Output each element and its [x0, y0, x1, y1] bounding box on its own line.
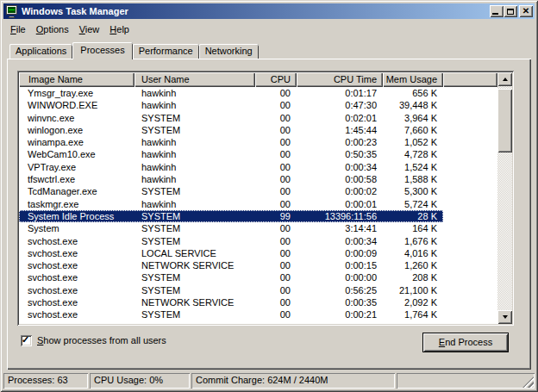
- process-row[interactable]: winampa.exehawkinh000:00:231,052 K: [19, 136, 497, 148]
- scroll-down-button[interactable]: [497, 310, 512, 324]
- cell-cpu: 00: [255, 247, 297, 259]
- row-main: VPTray.exehawkinh000:00:341,524 K: [19, 161, 443, 173]
- cell-cpu_time: 0:00:00: [297, 271, 383, 283]
- resize-grip-icon[interactable]: [522, 376, 534, 388]
- process-row[interactable]: VPTray.exehawkinh000:00:341,524 K: [19, 161, 497, 173]
- cell-mem_usage: 7,660 K: [383, 124, 443, 136]
- column-header-image_name[interactable]: Image Name: [19, 72, 134, 87]
- cell-blank: [443, 173, 497, 185]
- cell-user_name: SYSTEM: [134, 185, 255, 197]
- cell-user_name: SYSTEM: [134, 284, 255, 296]
- process-row[interactable]: svchost.exeSYSTEM000:00:211,764 K: [19, 308, 497, 320]
- row-main: SystemSYSTEM003:14:41164 K: [19, 222, 443, 234]
- menu-file[interactable]: File: [5, 22, 31, 36]
- tab-applications[interactable]: Applications: [9, 44, 72, 59]
- cell-cpu_time: 0:00:15: [297, 259, 383, 271]
- cell-user_name: SYSTEM: [134, 308, 255, 320]
- maximize-button[interactable]: [504, 5, 517, 17]
- title-bar[interactable]: Windows Task Manager ✕: [3, 3, 535, 19]
- cell-user_name: hawkinh: [134, 148, 255, 160]
- process-row[interactable]: winlogon.exeSYSTEM001:45:447,660 K: [19, 124, 497, 136]
- menu-options[interactable]: Options: [31, 22, 74, 36]
- process-row[interactable]: WebCam10.exehawkinh000:50:354,728 K: [19, 148, 497, 160]
- cell-mem_usage: 4,728 K: [383, 148, 443, 160]
- cell-blank: [443, 321, 497, 324]
- cell-blank: [443, 136, 497, 148]
- column-header-cpu_time[interactable]: CPU Time: [297, 72, 383, 87]
- process-row[interactable]: taskmgr.exehawkinh000:00:015,724 K: [19, 198, 497, 210]
- cell-image_name: winampa.exe: [19, 136, 134, 148]
- process-row[interactable]: svchost.exeLOCAL SERVICE000:00:094,016 K: [19, 247, 497, 259]
- close-button[interactable]: ✕: [519, 5, 533, 17]
- cell-blank: [443, 247, 497, 259]
- cell-cpu_time: 13396:11:56: [297, 210, 383, 222]
- cell-blank: [443, 308, 497, 320]
- cell-cpu: 00: [255, 136, 297, 148]
- row-main: winampa.exehawkinh000:00:231,052 K: [19, 136, 443, 148]
- cell-blank: [443, 112, 497, 124]
- cell-user_name: hawkinh: [134, 173, 255, 185]
- scrollbar-thumb[interactable]: [497, 89, 512, 152]
- process-row[interactable]: TcdManager.exeSYSTEM000:00:025,300 K: [19, 185, 497, 197]
- cell-mem_usage: 1,260 K: [383, 259, 443, 271]
- process-row[interactable]: Ymsgr_tray.exehawkinh000:01:17656 K: [19, 87, 497, 99]
- process-row[interactable]: svchost.exeSYSTEM000:56:2521,100 K: [19, 284, 497, 296]
- checkmark-icon: ✓: [22, 334, 29, 345]
- process-row[interactable]: winvnc.exeSYSTEM000:02:013,964 K: [19, 112, 497, 124]
- cell-cpu_time: 0:00:21: [297, 308, 383, 320]
- row-main: tfswctrl.exehawkinh000:00:581,588 K: [19, 173, 443, 185]
- process-row[interactable]: SystemSYSTEM003:14:41164 K: [19, 222, 497, 234]
- process-row[interactable]: WINWORD.EXEhawkinh000:47:3039,448 K: [19, 99, 497, 111]
- cell-user_name: hawkinh: [134, 321, 255, 324]
- process-row-selected[interactable]: System Idle ProcessSYSTEM9913396:11:5628…: [19, 210, 497, 222]
- cell-image_name: SSSClnt.exe: [19, 321, 134, 324]
- process-row[interactable]: svchost.exeSYSTEM000:00:00208 K: [19, 271, 497, 283]
- cell-mem_usage: 1,656 K: [383, 321, 443, 324]
- cell-blank: [443, 210, 497, 222]
- tab-networking[interactable]: Networking: [199, 44, 259, 59]
- cell-user_name: SYSTEM: [134, 222, 255, 234]
- column-header-cpu[interactable]: CPU: [255, 72, 297, 87]
- cell-cpu: 00: [255, 284, 297, 296]
- row-main: svchost.exeSYSTEM000:00:211,764 K: [19, 308, 443, 320]
- scroll-up-button[interactable]: [497, 72, 512, 86]
- cell-image_name: Ymsgr_tray.exe: [19, 87, 134, 99]
- cell-cpu: 00: [255, 235, 297, 247]
- process-row[interactable]: svchost.exeSYSTEM000:00:341,676 K: [19, 235, 497, 247]
- process-row[interactable]: svchost.exeNETWORK SERVICE000:00:151,260…: [19, 259, 497, 271]
- cell-cpu: 00: [255, 308, 297, 320]
- column-header-user_name[interactable]: User Name: [134, 72, 255, 87]
- cell-cpu: 00: [255, 112, 297, 124]
- process-row[interactable]: svchost.exeNETWORK SERVICE000:00:352,092…: [19, 296, 497, 308]
- status-spacer: [397, 373, 535, 389]
- cell-cpu: 00: [255, 296, 297, 308]
- show-all-users-checkbox[interactable]: ✓: [21, 335, 32, 346]
- cell-blank: [443, 124, 497, 136]
- cell-image_name: svchost.exe: [19, 271, 134, 283]
- cell-blank: [443, 235, 497, 247]
- menu-help[interactable]: Help: [104, 22, 134, 36]
- cell-image_name: winlogon.exe: [19, 124, 134, 136]
- cell-image_name: svchost.exe: [19, 296, 134, 308]
- process-row[interactable]: SSSClnt.exehawkinh000:00:461,656 K: [19, 321, 497, 324]
- end-process-button[interactable]: End Process: [422, 333, 509, 352]
- cell-user_name: hawkinh: [134, 87, 255, 99]
- row-main: svchost.exeLOCAL SERVICE000:00:094,016 K: [19, 247, 443, 259]
- minimize-button[interactable]: [490, 5, 504, 17]
- status-commit-charge: Commit Charge: 624M / 2440M: [191, 373, 395, 389]
- vertical-scrollbar[interactable]: [497, 72, 512, 324]
- cell-cpu: 00: [255, 161, 297, 173]
- column-header-mem_usage[interactable]: Mem Usage: [383, 72, 443, 87]
- tab-processes[interactable]: Processes: [72, 42, 132, 59]
- cell-user_name: hawkinh: [134, 161, 255, 173]
- cell-cpu_time: 0:00:01: [297, 198, 383, 210]
- column-header-blank[interactable]: [443, 72, 497, 87]
- tab-performance[interactable]: Performance: [133, 44, 199, 59]
- process-row[interactable]: tfswctrl.exehawkinh000:00:581,588 K: [19, 173, 497, 185]
- menu-view[interactable]: View: [74, 22, 105, 36]
- row-main: winlogon.exeSYSTEM001:45:447,660 K: [19, 124, 443, 136]
- arrow-down-icon: [503, 315, 508, 319]
- cell-user_name: NETWORK SERVICE: [134, 259, 255, 271]
- row-main: svchost.exeNETWORK SERVICE000:00:151,260…: [19, 259, 443, 271]
- cell-cpu: 00: [255, 271, 297, 283]
